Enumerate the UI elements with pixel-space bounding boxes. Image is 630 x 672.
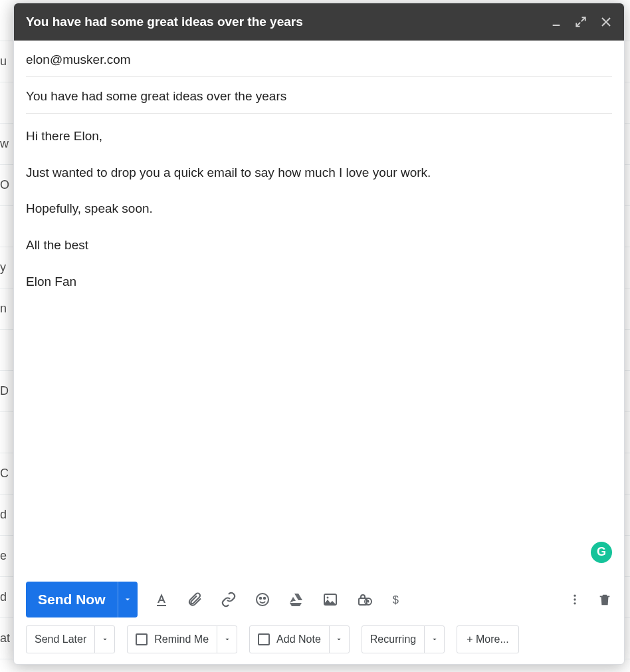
attach-icon[interactable] [187, 592, 203, 608]
minimize-icon[interactable] [551, 17, 562, 27]
more-options-icon[interactable] [568, 592, 581, 608]
expand-icon[interactable] [575, 16, 587, 28]
svg-point-12 [574, 602, 576, 604]
recipients-field[interactable]: elon@musker.com [26, 41, 612, 77]
svg-rect-0 [553, 25, 560, 26]
format-text-icon[interactable] [154, 592, 169, 608]
subject-field[interactable]: You have had some great ideas over the y… [26, 77, 612, 114]
formatting-toolbar: $ [154, 592, 402, 608]
chevron-down-icon[interactable] [94, 626, 114, 653]
compose-window: You have had some great ideas over the y… [13, 3, 625, 665]
svg-point-3 [259, 598, 261, 599]
emoji-icon[interactable] [255, 592, 270, 608]
add-note-button[interactable]: Add Note [249, 625, 350, 653]
extension-actions-row: Send Later Remind Me Add Note Rec [14, 623, 624, 664]
send-button[interactable]: Send Now [26, 582, 118, 617]
toolbar-right [568, 592, 612, 608]
image-icon[interactable] [322, 592, 338, 608]
header-icons [551, 16, 612, 28]
svg-point-6 [326, 597, 328, 599]
svg-point-2 [257, 594, 268, 606]
svg-point-10 [574, 595, 576, 597]
chevron-down-icon[interactable] [424, 626, 444, 653]
send-split-button: Send Now [26, 582, 138, 617]
message-body[interactable]: Hi there Elon, Just wanted to drop you a… [26, 114, 612, 575]
close-icon[interactable] [600, 16, 612, 28]
more-actions-button[interactable]: + More... [457, 625, 519, 653]
svg-point-11 [574, 598, 576, 600]
compose-header: You have had some great ideas over the y… [14, 3, 624, 41]
body-line: Just wanted to drop you a quick email to… [26, 165, 612, 181]
compose-body: elon@musker.com You have had some great … [14, 41, 624, 575]
trash-icon[interactable] [597, 592, 612, 608]
remind-me-button[interactable]: Remind Me [127, 625, 237, 653]
compose-toolbar: Send Now [14, 575, 624, 623]
svg-point-4 [263, 598, 264, 599]
checkbox-icon [258, 633, 270, 645]
body-line: Elon Fan [26, 274, 612, 290]
body-line: Hi there Elon, [26, 128, 612, 145]
send-later-button[interactable]: Send Later [26, 625, 115, 653]
money-icon[interactable]: $ [390, 592, 402, 608]
send-dropdown-button[interactable] [118, 582, 138, 617]
svg-text:$: $ [392, 594, 398, 606]
drive-icon[interactable] [288, 592, 305, 608]
checkbox-icon [136, 633, 148, 645]
confidential-icon[interactable] [356, 592, 373, 608]
svg-rect-1 [157, 605, 166, 606]
chevron-down-icon[interactable] [217, 626, 237, 653]
body-line: All the best [26, 237, 612, 254]
body-line: Hopefully, speak soon. [26, 201, 612, 217]
compose-title: You have had some great ideas over the y… [26, 15, 551, 29]
grammarly-icon[interactable]: G [591, 542, 612, 563]
link-icon[interactable] [220, 592, 237, 608]
chevron-down-icon[interactable] [329, 626, 349, 653]
recurring-button[interactable]: Recurring [362, 625, 445, 653]
